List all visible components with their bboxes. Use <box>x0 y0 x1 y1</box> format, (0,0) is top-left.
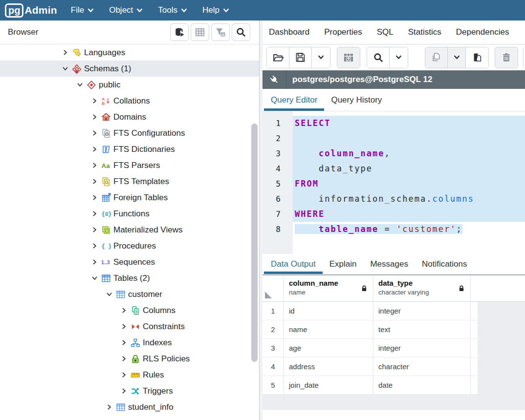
grid-cell[interactable]: id <box>284 302 373 320</box>
chevron-right-icon[interactable] <box>90 146 98 153</box>
tab-query-history[interactable]: Query History <box>324 89 389 111</box>
tree-item-domains[interactable]: Domains <box>0 109 259 125</box>
tree-item-sequences[interactable]: 1..3Sequences <box>0 254 259 270</box>
tree-item-collations[interactable]: ABCollations <box>0 93 259 109</box>
sql-code-area[interactable]: SELECT column_name, data_typeFROM inform… <box>293 111 525 254</box>
copy-options-button[interactable] <box>448 47 466 68</box>
chevron-right-icon[interactable] <box>120 387 128 395</box>
tree-item-procedures[interactable]: { }Procedures <box>0 238 259 254</box>
chevron-right-icon[interactable] <box>120 355 128 363</box>
tree-item-customer[interactable]: customer <box>0 286 259 302</box>
tree-item-fts-parsers[interactable]: AaFTS Parsers <box>0 157 259 173</box>
column-header-column-name[interactable]: column_namename <box>284 275 373 301</box>
select-all-corner[interactable] <box>262 275 284 301</box>
menu-help[interactable]: Help <box>201 3 230 17</box>
sql-editor[interactable]: 12345678 SELECT column_name, data_typeFR… <box>262 111 525 254</box>
tree-item-triggers[interactable]: Triggers <box>0 383 259 399</box>
grid-cell[interactable]: integer <box>373 339 471 357</box>
chevron-right-icon[interactable] <box>90 194 98 202</box>
tree-item-functions[interactable]: {≡}Functions <box>0 206 259 222</box>
chevron-right-icon[interactable] <box>105 403 113 411</box>
grid-cell[interactable]: text <box>373 320 471 339</box>
grid-cell[interactable]: age <box>284 339 373 357</box>
find-button[interactable] <box>367 47 390 68</box>
open-file-button[interactable] <box>267 47 289 68</box>
tree-item-student-info[interactable]: student_info <box>0 399 259 415</box>
column-header-data-type[interactable]: data_typecharacter varying <box>373 275 471 301</box>
chevron-right-icon[interactable] <box>120 323 128 331</box>
tab-explain[interactable]: Explain <box>323 254 364 274</box>
chevron-right-icon[interactable] <box>120 307 128 315</box>
chevron-down-icon[interactable] <box>61 65 69 73</box>
chevron-right-icon[interactable] <box>90 162 98 169</box>
chevron-down-icon[interactable] <box>90 274 98 282</box>
search-button[interactable] <box>232 23 250 41</box>
row-number[interactable]: 4 <box>262 357 284 376</box>
tab-dashboard[interactable]: Dashboard <box>269 27 309 37</box>
pgadmin-logo[interactable]: pg Admin <box>5 3 57 18</box>
tree-item-public[interactable]: public <box>0 77 259 93</box>
tree-item-fts-configurations[interactable]: FTS Configurations <box>0 125 259 141</box>
chevron-right-icon[interactable] <box>90 258 98 266</box>
tree-item-materialized-views[interactable]: Materialized Views <box>0 222 259 238</box>
grid-cell[interactable]: character <box>373 357 471 376</box>
tree-item-constraints[interactable]: Constraints <box>0 318 259 335</box>
chevron-right-icon[interactable] <box>90 226 98 234</box>
tree-item-columns[interactable]: Columns <box>0 302 259 318</box>
tree-item-tables-2[interactable]: Tables (2) <box>0 270 259 286</box>
tree-item-fts-dictionaries[interactable]: FTS Dictionaries <box>0 141 259 157</box>
tab-properties[interactable]: Properties <box>324 27 362 37</box>
chevron-right-icon[interactable] <box>90 210 98 218</box>
save-options-button[interactable] <box>312 47 330 68</box>
chevron-right-icon[interactable] <box>90 113 98 121</box>
row-number[interactable]: 5 <box>262 376 284 395</box>
paste-button[interactable] <box>466 47 488 68</box>
tree-scrollbar-thumb[interactable] <box>251 124 258 362</box>
row-number[interactable]: 2 <box>262 320 284 339</box>
chevron-down-icon[interactable] <box>76 81 84 89</box>
row-number[interactable]: 1 <box>262 302 284 320</box>
delete-button[interactable] <box>495 47 518 68</box>
grid-cell[interactable]: integer <box>373 302 471 320</box>
chevron-right-icon[interactable] <box>120 371 128 379</box>
copy-button[interactable] <box>425 47 448 68</box>
chevron-right-icon[interactable] <box>90 97 98 105</box>
chevron-right-icon[interactable] <box>120 339 128 347</box>
filter-table-button[interactable] <box>211 23 230 41</box>
tree-item-foreign-tables[interactable]: Foreign Tables <box>0 189 259 206</box>
filter-rows-button[interactable] <box>337 47 360 68</box>
tab-query-editor[interactable]: Query Editor <box>264 89 324 111</box>
tree-scrollbar[interactable] <box>251 44 258 420</box>
menu-object[interactable]: Object <box>108 3 144 17</box>
tab-messages[interactable]: Messages <box>363 254 415 274</box>
tree-item-languages[interactable]: Languages <box>0 44 259 61</box>
tree-item-schemas-1[interactable]: Schemas (1) <box>0 61 259 77</box>
find-options-button[interactable] <box>390 47 408 68</box>
tab-data-output[interactable]: Data Output <box>264 254 323 274</box>
grid-cell[interactable]: address <box>284 357 373 376</box>
tab-notifications[interactable]: Notifications <box>415 254 474 274</box>
tree-item-indexes[interactable]: Indexes <box>0 335 259 351</box>
grid-button[interactable] <box>191 23 209 41</box>
chevron-down-icon[interactable] <box>105 291 113 298</box>
row-number[interactable]: 3 <box>262 339 284 357</box>
chevron-right-icon[interactable] <box>90 242 98 250</box>
grid-cell[interactable]: name <box>284 320 373 339</box>
tab-dependencies[interactable]: Dependencies <box>456 27 509 37</box>
menu-file[interactable]: File <box>70 3 95 17</box>
tree-item-rls-policies[interactable]: RLS Policies <box>0 351 259 367</box>
database-connect-button[interactable] <box>170 23 189 41</box>
save-file-button[interactable] <box>289 47 312 68</box>
grid-horizontal-scrollbar[interactable] <box>262 409 525 420</box>
grid-cell[interactable]: date <box>373 376 471 395</box>
menu-tools[interactable]: Tools <box>157 3 188 17</box>
tree-item-partial[interactable]: {≡} <box>0 415 259 420</box>
grid-cell[interactable]: join_date <box>284 376 373 395</box>
chevron-right-icon[interactable] <box>90 178 98 186</box>
tab-statistics[interactable]: Statistics <box>408 27 441 37</box>
tab-sql[interactable]: SQL <box>377 27 394 37</box>
tree-item-rules[interactable]: Rules <box>0 367 259 383</box>
chevron-right-icon[interactable] <box>90 129 98 137</box>
tree-item-fts-templates[interactable]: FTS Templates <box>0 173 259 189</box>
chevron-right-icon[interactable] <box>61 49 69 57</box>
